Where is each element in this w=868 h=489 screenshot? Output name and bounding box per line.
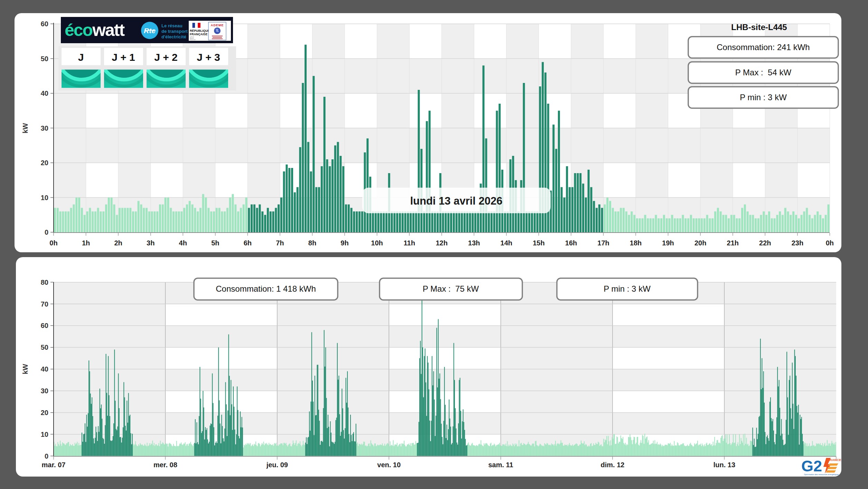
- svg-text:16h: 16h: [565, 239, 577, 247]
- svg-text:22h: 22h: [759, 239, 771, 247]
- svg-text:lundi 13 avril 2026: lundi 13 avril 2026: [410, 195, 502, 207]
- svg-text:5h: 5h: [211, 239, 219, 247]
- svg-text:mer. 08: mer. 08: [153, 461, 177, 469]
- svg-text:50: 50: [41, 55, 48, 63]
- svg-text:LHB-site-L445: LHB-site-L445: [731, 22, 787, 32]
- svg-text:21h: 21h: [727, 239, 739, 247]
- svg-text:13h: 13h: [468, 239, 480, 247]
- svg-text:23h: 23h: [792, 239, 803, 247]
- svg-text:mar. 07: mar. 07: [42, 461, 66, 469]
- svg-text:lun. 13: lun. 13: [713, 461, 735, 469]
- svg-text:40: 40: [41, 90, 48, 97]
- svg-text:d'électricité: d'électricité: [161, 34, 186, 39]
- svg-text:14h: 14h: [501, 239, 512, 247]
- svg-text:ADEME: ADEME: [211, 23, 224, 27]
- svg-text:J: J: [78, 51, 84, 63]
- svg-text:40: 40: [41, 365, 48, 373]
- svg-text:kW: kW: [21, 123, 29, 133]
- svg-text:kW: kW: [21, 364, 29, 374]
- svg-text:FRANÇAISE: FRANÇAISE: [190, 32, 207, 36]
- svg-text:J + 1: J + 1: [112, 51, 135, 63]
- svg-text:60: 60: [41, 20, 48, 28]
- svg-text:19h: 19h: [662, 239, 674, 247]
- svg-text:J + 2: J + 2: [154, 51, 178, 63]
- svg-text:30: 30: [41, 387, 48, 395]
- svg-text:G2: G2: [801, 457, 822, 475]
- svg-text:0h: 0h: [826, 239, 834, 247]
- svg-text:6h: 6h: [244, 239, 252, 247]
- svg-text:20: 20: [41, 409, 48, 416]
- svg-text:20h: 20h: [694, 239, 706, 247]
- svg-text:20: 20: [41, 159, 48, 167]
- svg-text:écowatt: écowatt: [65, 20, 125, 40]
- svg-text:0: 0: [45, 228, 48, 236]
- svg-text:Optimisation des ressources én: Optimisation des ressources énergétiques: [804, 473, 839, 476]
- svg-text:18h: 18h: [630, 239, 642, 247]
- svg-text:1h: 1h: [82, 239, 90, 247]
- svg-text:60: 60: [41, 322, 48, 329]
- svg-text:10: 10: [41, 431, 48, 438]
- svg-text:sam. 11: sam. 11: [488, 461, 513, 469]
- svg-text:7h: 7h: [276, 239, 284, 247]
- svg-text:4h: 4h: [179, 239, 187, 247]
- svg-text:10h: 10h: [371, 239, 383, 247]
- svg-text:80: 80: [41, 279, 48, 286]
- svg-text:Fraternité: Fraternité: [190, 39, 196, 40]
- svg-text:P Max : 54 kW: P Max : 54 kW: [735, 68, 792, 77]
- svg-text:dim. 12: dim. 12: [601, 461, 625, 469]
- svg-text:17h: 17h: [597, 239, 609, 247]
- svg-text:30: 30: [41, 124, 48, 132]
- svg-text:RÉPUBLIQUE: RÉPUBLIQUE: [190, 29, 210, 32]
- svg-text:0h: 0h: [49, 239, 57, 247]
- svg-text:Consommation: 1 418 kWh: Consommation: 1 418 kWh: [216, 284, 316, 293]
- svg-text:J + 3: J + 3: [197, 51, 220, 63]
- svg-text:P min : 3 kW: P min : 3 kW: [740, 93, 787, 102]
- svg-text:11h: 11h: [404, 239, 415, 247]
- svg-text:10: 10: [41, 194, 48, 201]
- svg-text:2h: 2h: [114, 239, 122, 247]
- svg-text:0: 0: [45, 452, 48, 460]
- svg-text:de transport: de transport: [161, 29, 188, 34]
- svg-text:50: 50: [41, 344, 48, 351]
- svg-text:ven. 10: ven. 10: [377, 461, 401, 469]
- svg-text:FRANCE: FRANCE: [828, 458, 841, 462]
- svg-text:Le réseau: Le réseau: [161, 23, 183, 28]
- svg-text:70: 70: [41, 300, 48, 308]
- svg-text:Consommation: 241 kWh: Consommation: 241 kWh: [717, 43, 810, 52]
- svg-text:P min : 3 kW: P min : 3 kW: [604, 284, 651, 293]
- svg-text:15h: 15h: [533, 239, 544, 247]
- svg-text:jeu. 09: jeu. 09: [266, 461, 288, 469]
- svg-text:P Max : 75 kW: P Max : 75 kW: [423, 284, 479, 293]
- svg-text:12h: 12h: [436, 239, 447, 247]
- svg-text:8h: 8h: [308, 239, 316, 247]
- svg-text:3h: 3h: [147, 239, 155, 247]
- svg-text:9h: 9h: [340, 239, 348, 247]
